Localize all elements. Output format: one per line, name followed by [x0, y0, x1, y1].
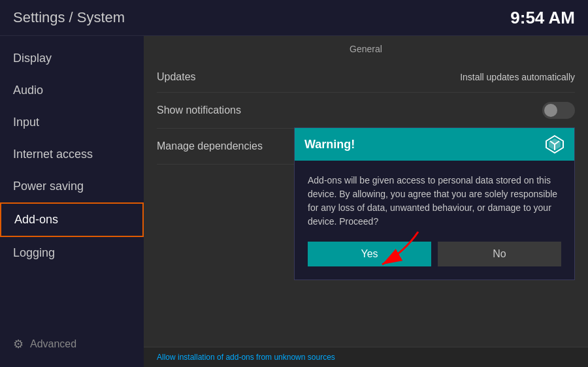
- setting-row-updates: Updates Install updates automatically: [157, 62, 575, 93]
- section-label: General: [144, 36, 588, 62]
- setting-value-updates: Install updates automatically: [460, 72, 575, 82]
- dialog-header: Warning!: [295, 128, 574, 161]
- dialog-title: Warning!: [304, 138, 355, 152]
- setting-row-show-notifications: Show notifications: [157, 93, 575, 129]
- setting-label-manage-dependencies: Manage dependencies: [157, 140, 263, 152]
- sidebar-item-internet-access[interactable]: Internet access: [0, 138, 144, 170]
- warning-dialog: Warning! Add-ons will be given access to…: [294, 127, 575, 280]
- dialog-yes-button[interactable]: Yes: [308, 242, 431, 266]
- clock: 9:54 AM: [510, 8, 575, 28]
- toggle-show-notifications[interactable]: [542, 102, 575, 119]
- page-title: Settings / System: [13, 9, 125, 26]
- kodi-logo-icon: [545, 135, 564, 154]
- sidebar: Display Audio Input Internet access Powe…: [0, 36, 144, 367]
- setting-label-updates: Updates: [157, 71, 196, 83]
- dialog-no-button[interactable]: No: [438, 242, 561, 266]
- main-layout: Display Audio Input Internet access Powe…: [0, 36, 588, 367]
- main-content: General Updates Install updates automati…: [144, 36, 588, 367]
- header: Settings / System 9:54 AM: [0, 0, 588, 36]
- sidebar-item-display[interactable]: Display: [0, 42, 144, 74]
- sidebar-nav: Display Audio Input Internet access Powe…: [0, 42, 144, 269]
- sidebar-item-audio[interactable]: Audio: [0, 74, 144, 106]
- gear-icon: ⚙: [13, 337, 24, 351]
- sidebar-item-power-saving[interactable]: Power saving: [0, 170, 144, 202]
- dialog-buttons: Yes No: [295, 238, 574, 279]
- sidebar-item-logging[interactable]: Logging: [0, 237, 144, 269]
- toggle-knob: [544, 104, 557, 117]
- status-bar: Allow installation of add-ons from unkno…: [144, 347, 588, 367]
- setting-label-show-notifications: Show notifications: [157, 104, 241, 116]
- sidebar-item-input[interactable]: Input: [0, 106, 144, 138]
- advanced-button[interactable]: ⚙ Advanced: [0, 328, 144, 360]
- sidebar-item-add-ons[interactable]: Add-ons: [0, 202, 144, 237]
- dialog-body: Add-ons will be given access to personal…: [295, 161, 574, 238]
